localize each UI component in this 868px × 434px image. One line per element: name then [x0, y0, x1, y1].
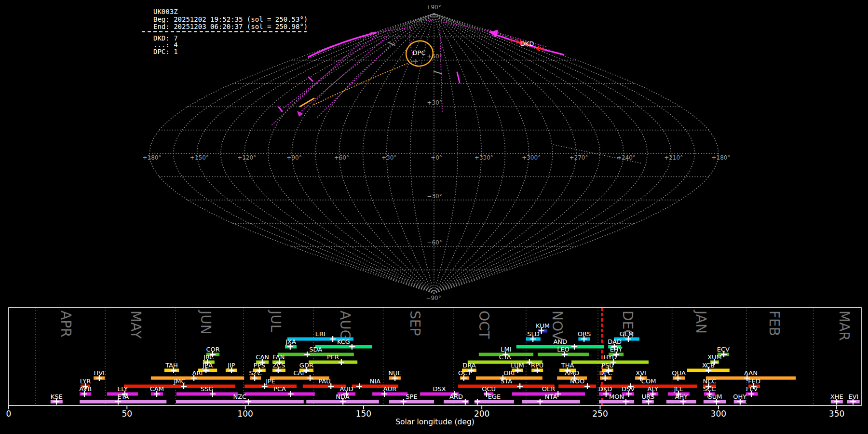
- shower-label-XVI: XVI: [636, 369, 646, 377]
- longitude-label: +150°: [190, 154, 209, 161]
- longitude-label: +60°: [334, 154, 349, 161]
- shower-label-NZC: NZC: [233, 393, 246, 400]
- shower-label-THA: THA: [561, 362, 574, 369]
- shower-label-OHY: OHY: [733, 393, 746, 400]
- longitude-label: +240°: [617, 154, 636, 161]
- shower-bar-ETA: [80, 400, 166, 404]
- shower-label-ORS: ORS: [578, 330, 591, 338]
- shower-bar-SPE: [389, 400, 434, 404]
- shower-label-PER: PER: [327, 353, 339, 361]
- scene-svg: +90°−90°+60°+30°−30°−60°+180°+150°+120°+…: [0, 0, 868, 434]
- shower-label-OCU: OCU: [482, 385, 496, 393]
- shower-label-PPS: PPS: [254, 362, 265, 369]
- shower-bar-SDA: [278, 353, 354, 356]
- shower-label-NIA: NIA: [370, 378, 381, 385]
- shower-label-FEV: FEV: [746, 385, 758, 393]
- shower-label-OER: OER: [542, 385, 555, 393]
- begin-time: Beg: 20251202 19:52:35 (sol = 250.53°): [153, 15, 308, 23]
- shower-label-CTA: CTA: [499, 353, 511, 361]
- shower-label-AUR: AUR: [383, 385, 396, 393]
- shower-bar-NTA: [522, 400, 580, 404]
- pole-label-south: −90°: [426, 295, 441, 301]
- shower-label-STA: STA: [501, 378, 512, 385]
- month-label-MAY: MAY: [128, 311, 144, 339]
- shower-label-NCC: NCC: [703, 378, 716, 385]
- shower-label-DAD: DAD: [608, 338, 622, 345]
- shower-label-ORI: ORI: [503, 369, 515, 377]
- shower-label-EHY: EHY: [610, 346, 623, 353]
- count-dpc: DPC: 1: [153, 48, 178, 55]
- shower-label-LEO: LEO: [557, 346, 570, 353]
- shower-label-AAN: AAN: [744, 369, 758, 377]
- shower-label-MON: MON: [609, 393, 624, 400]
- shower-bar-AUR: [372, 393, 407, 396]
- shower-label-SPE: SPE: [406, 393, 417, 400]
- shower-bar-NOO: [558, 385, 596, 388]
- shower-label-ECV: ECV: [717, 346, 730, 353]
- shower-bar-SSG: [176, 393, 238, 396]
- shower-label-EVI: EVI: [848, 393, 858, 400]
- shower-label-DPC: DPC: [599, 369, 612, 377]
- shower-bar-STA: [458, 385, 555, 388]
- shower-label-AHY: AHY: [675, 393, 688, 400]
- shower-label-LYR: LYR: [80, 378, 91, 385]
- shower-label-ALY: ALY: [648, 385, 658, 393]
- shower-label-ERI: ERI: [315, 330, 326, 338]
- shower-bar-MON: [599, 400, 634, 404]
- shower-bar-KCG: [315, 345, 372, 349]
- shower-bar-JMC: [124, 385, 235, 388]
- shower-bar-ARI: [151, 377, 244, 380]
- shower-label-HVI: HVI: [94, 369, 105, 377]
- shower-label-JMC: JMC: [173, 378, 185, 385]
- shower-label-FED: FED: [748, 378, 760, 385]
- x-tick-label-0: 0: [6, 409, 12, 419]
- shower-bar-PER: [309, 361, 357, 364]
- end-time: End: 20251203 06:20:37 (sol = 250.98°): [153, 23, 308, 30]
- longitude-label: +300°: [522, 154, 541, 161]
- shower-label-QUA: QUA: [672, 369, 686, 377]
- x-tick-label-100: 100: [237, 409, 253, 419]
- shower-label-PSU: PSU: [601, 362, 614, 369]
- shower-label-DSX: DSX: [433, 385, 446, 393]
- station-id: UK003Z: [153, 8, 178, 15]
- shower-label-ZCS: ZCS: [272, 362, 285, 369]
- shower-label-ELY: ELY: [117, 385, 128, 393]
- shower-label-JPE: JPE: [265, 378, 275, 385]
- longitude-label: +90°: [286, 154, 301, 161]
- shower-label-DSV: DSV: [622, 385, 635, 393]
- x-tick-label-50: 50: [122, 409, 132, 419]
- shower-label-ARI: ARI: [192, 369, 203, 377]
- shower-label-TAH: TAH: [165, 362, 178, 369]
- longitude-label: +0°: [431, 154, 442, 161]
- latitude-label: −30°: [427, 193, 442, 200]
- shower-label-NTA: NTA: [545, 393, 557, 400]
- longitude-label: +270°: [570, 154, 588, 161]
- shower-label-AVB: AVB: [79, 385, 92, 393]
- shower-label-COM: COM: [641, 378, 656, 385]
- shower-label-JRC: JRC: [203, 353, 214, 361]
- shower-label-AUD: AUD: [339, 385, 353, 393]
- longitude-label: +330°: [475, 154, 493, 161]
- shower-label-JEA: JEA: [202, 362, 213, 369]
- month-label-SEP: SEP: [407, 311, 423, 336]
- latitude-label: −60°: [427, 239, 442, 246]
- radiant-label-DKD: DKD: [520, 40, 534, 47]
- shower-label-ARD: ARD: [449, 393, 463, 400]
- longitude-label: +210°: [664, 154, 683, 161]
- x-tick-label-200: 200: [474, 409, 489, 419]
- shower-label-RPU: RPU: [531, 362, 543, 369]
- shower-label-EGE: EGE: [488, 393, 501, 400]
- pole-label-north: +90°: [426, 4, 441, 11]
- shower-label-LUM: LUM: [511, 362, 524, 369]
- shower-label-COR: COR: [206, 346, 219, 353]
- shower-label-KCG: KCG: [337, 338, 350, 345]
- shower-label-JXA: JXA: [285, 338, 296, 345]
- longitude-label: +120°: [237, 154, 256, 161]
- shower-label-GEM: GEM: [620, 330, 634, 338]
- shower-label-FAN: FAN: [273, 353, 285, 361]
- shower-label-GDR: GDR: [299, 362, 313, 369]
- x-tick-label-300: 300: [711, 409, 726, 419]
- month-label-JUL: JUL: [268, 310, 284, 332]
- x-tick-label-350: 350: [829, 409, 844, 419]
- shower-label-XCB: XCB: [702, 362, 715, 369]
